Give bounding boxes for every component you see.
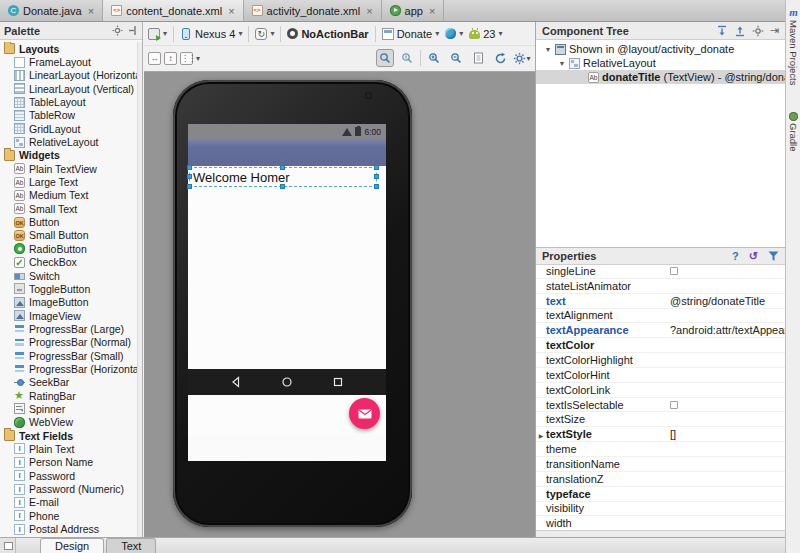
palette-item[interactable]: Button [0, 215, 137, 228]
property-row[interactable]: transitionName [536, 457, 785, 472]
palette-item[interactable]: TableRow [0, 109, 137, 122]
zoom-to-fit-button[interactable] [376, 49, 394, 67]
undo-icon[interactable]: ↺ [749, 250, 758, 263]
gear-icon[interactable] [752, 25, 764, 37]
resize-handle[interactable] [280, 165, 285, 170]
expand-all-icon[interactable] [716, 25, 728, 37]
palette-item[interactable]: Person Name [0, 456, 137, 469]
property-row[interactable]: textColorHighlight [536, 353, 785, 368]
tree-row-root[interactable]: ▼ Shown in @layout/activity_donate [536, 42, 785, 56]
resize-handle[interactable] [374, 165, 379, 170]
palette-item[interactable]: RelativeLayout [0, 135, 137, 148]
chevron-down-icon[interactable]: ▼ [558, 60, 566, 67]
palette-item[interactable]: ToggleButton [0, 282, 137, 295]
resize-handle[interactable] [187, 174, 192, 179]
property-row[interactable]: textAlignment [536, 309, 785, 324]
palette-item[interactable]: ProgressBar (Small) [0, 349, 137, 362]
palette-item[interactable]: Plain Text [0, 442, 137, 455]
resize-handle[interactable] [280, 184, 285, 189]
palette-item[interactable]: Password (Numeric) [0, 482, 137, 495]
tab-content-donate-xml[interactable]: content_donate.xml × [103, 0, 243, 21]
property-row[interactable]: theme [536, 442, 785, 457]
device-selector[interactable]: Nexus 4 ▾ [180, 28, 242, 40]
close-icon[interactable]: × [366, 5, 372, 17]
zoom-actual-size-button[interactable] [398, 49, 416, 67]
palette-item[interactable]: Layouts [0, 42, 137, 55]
close-icon[interactable]: × [429, 5, 435, 17]
preview-config-button[interactable]: ▾ [148, 28, 167, 40]
resize-handle[interactable] [187, 184, 192, 189]
nav-back-icon[interactable] [230, 376, 242, 388]
api-version-selector[interactable]: 23 ▾ [469, 28, 502, 40]
palette-item[interactable]: Small Button [0, 229, 137, 242]
palette-item[interactable]: Medium Text [0, 189, 137, 202]
palette-item[interactable]: LinearLayout (Horizontal) [0, 69, 137, 82]
tree-row-donatetitle[interactable]: donateTitle (TextView) - @string/donateT… [536, 70, 785, 84]
tab-design[interactable]: Design [40, 538, 104, 553]
palette-item[interactable]: Postal Address [0, 522, 137, 535]
refresh-button[interactable] [491, 49, 509, 67]
palette-item[interactable]: Plain TextView [0, 162, 137, 175]
palette-item[interactable]: ImageView [0, 309, 137, 322]
email-fab-button[interactable] [349, 398, 380, 429]
palette-item[interactable]: Password [0, 469, 137, 482]
wrap-content-icon[interactable] [164, 52, 177, 65]
resize-handle[interactable] [187, 165, 192, 170]
palette-item[interactable]: Phone [0, 509, 137, 522]
nav-recents-icon[interactable] [332, 376, 344, 388]
palette-item[interactable]: Small Text [0, 202, 137, 215]
zoom-out-button[interactable] [447, 49, 465, 67]
palette-item[interactable]: ProgressBar (Normal) [0, 336, 137, 349]
zoom-in-button[interactable] [425, 49, 443, 67]
gradle-toolbutton[interactable]: Gradle [786, 112, 800, 152]
property-value[interactable]: @string/donateTitle [664, 295, 785, 307]
property-row[interactable]: textColorHint [536, 368, 785, 383]
hide-panel-icon[interactable] [128, 25, 138, 36]
property-value[interactable]: ?android:attr/textAppearance [664, 324, 785, 336]
help-icon[interactable]: ? [732, 250, 739, 262]
match-parent-icon[interactable] [148, 52, 161, 65]
palette-item[interactable]: TableLayout [0, 95, 137, 108]
property-row[interactable]: width [536, 516, 785, 530]
palette-item[interactable]: Spinner [0, 402, 137, 415]
tab-activity-donate-xml[interactable]: activity_donate.xml × [244, 0, 382, 21]
collapse-all-icon[interactable] [734, 25, 746, 37]
property-checkbox[interactable] [670, 401, 678, 409]
property-row[interactable]: typeface [536, 487, 785, 502]
activity-selector[interactable]: Donate ▾ [382, 28, 440, 40]
palette-item[interactable]: RadioButton [0, 242, 137, 255]
palette-item[interactable]: ImageButton [0, 296, 137, 309]
palette-item[interactable]: ProgressBar (Horizontal) [0, 362, 137, 375]
maven-projects-toolbutton[interactable]: m Maven Projects [786, 6, 800, 85]
close-icon[interactable]: × [88, 5, 94, 17]
tree-row-relativelayout[interactable]: ▼ RelativeLayout [536, 56, 785, 70]
palette-item[interactable]: FrameLayout [0, 55, 137, 68]
orientation-selector[interactable]: ▾ [255, 28, 274, 40]
theme-selector[interactable]: NoActionBar [287, 28, 368, 40]
property-row[interactable]: textStyle [] [536, 427, 785, 442]
gear-icon[interactable] [112, 25, 123, 36]
property-value[interactable]: [] [664, 428, 785, 440]
grid-mode-icon[interactable] [180, 52, 193, 65]
resize-handle[interactable] [374, 184, 379, 189]
property-row[interactable]: textColorLink [536, 383, 785, 398]
palette-item[interactable]: WebView [0, 416, 137, 429]
tab-app[interactable]: app × [382, 0, 445, 21]
property-checkbox[interactable] [670, 267, 678, 275]
property-row[interactable]: text @string/donateTitle [536, 294, 785, 309]
filter-icon[interactable] [768, 251, 779, 262]
toolwindow-corner-icon[interactable] [0, 538, 16, 553]
palette-item[interactable]: RatingBar [0, 389, 137, 402]
resize-handle[interactable] [374, 174, 379, 179]
close-icon[interactable]: × [228, 5, 234, 17]
property-row[interactable]: stateListAnimator [536, 279, 785, 294]
property-row[interactable]: visibility [536, 502, 785, 517]
palette-item[interactable]: Widgets [0, 149, 137, 162]
palette-item[interactable]: CheckBox [0, 256, 137, 269]
palette-item[interactable]: GridLayout [0, 122, 137, 135]
palette-item[interactable]: Switch [0, 269, 137, 282]
property-row[interactable]: textAppearance ?android:attr/textAppeara… [536, 323, 785, 338]
property-row[interactable]: textSize [536, 412, 785, 427]
selected-textview[interactable]: ↑ Welcome Homer [189, 167, 377, 187]
tab-text[interactable]: Text [106, 538, 156, 553]
